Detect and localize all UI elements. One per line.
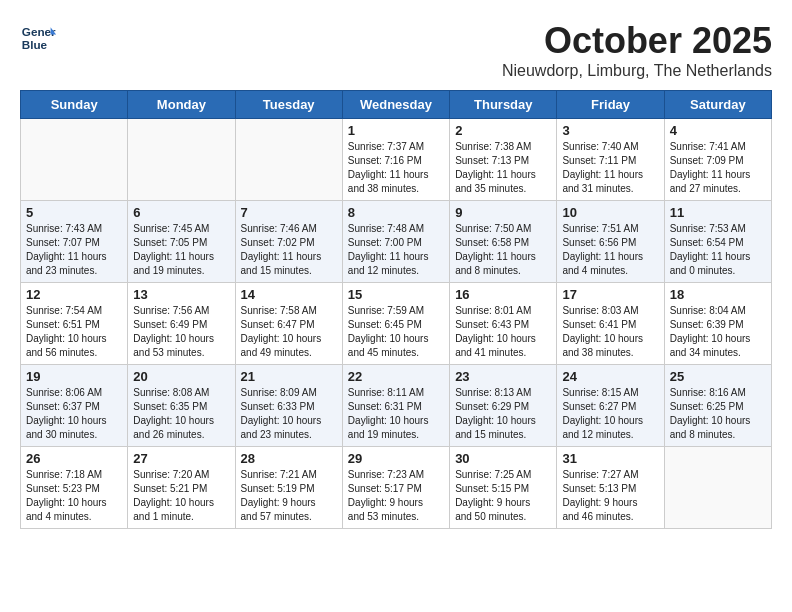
day-number: 27	[133, 451, 229, 466]
day-number: 31	[562, 451, 658, 466]
calendar-cell: 1Sunrise: 7:37 AM Sunset: 7:16 PM Daylig…	[342, 119, 449, 201]
day-info: Sunrise: 8:13 AM Sunset: 6:29 PM Dayligh…	[455, 386, 551, 442]
day-number: 25	[670, 369, 766, 384]
calendar-cell: 24Sunrise: 8:15 AM Sunset: 6:27 PM Dayli…	[557, 365, 664, 447]
day-number: 4	[670, 123, 766, 138]
location-title: Nieuwdorp, Limburg, The Netherlands	[502, 62, 772, 80]
calendar-cell	[235, 119, 342, 201]
week-row-2: 5Sunrise: 7:43 AM Sunset: 7:07 PM Daylig…	[21, 201, 772, 283]
weekday-header-wednesday: Wednesday	[342, 91, 449, 119]
calendar-table: SundayMondayTuesdayWednesdayThursdayFrid…	[20, 90, 772, 529]
calendar-cell: 3Sunrise: 7:40 AM Sunset: 7:11 PM Daylig…	[557, 119, 664, 201]
day-number: 23	[455, 369, 551, 384]
day-info: Sunrise: 7:18 AM Sunset: 5:23 PM Dayligh…	[26, 468, 122, 524]
day-number: 22	[348, 369, 444, 384]
calendar-cell: 11Sunrise: 7:53 AM Sunset: 6:54 PM Dayli…	[664, 201, 771, 283]
calendar-cell: 23Sunrise: 8:13 AM Sunset: 6:29 PM Dayli…	[450, 365, 557, 447]
day-number: 21	[241, 369, 337, 384]
day-info: Sunrise: 8:01 AM Sunset: 6:43 PM Dayligh…	[455, 304, 551, 360]
day-info: Sunrise: 7:43 AM Sunset: 7:07 PM Dayligh…	[26, 222, 122, 278]
day-number: 30	[455, 451, 551, 466]
week-row-4: 19Sunrise: 8:06 AM Sunset: 6:37 PM Dayli…	[21, 365, 772, 447]
weekday-header-saturday: Saturday	[664, 91, 771, 119]
page-header: General Blue October 2025 Nieuwdorp, Lim…	[20, 20, 772, 80]
week-row-5: 26Sunrise: 7:18 AM Sunset: 5:23 PM Dayli…	[21, 447, 772, 529]
day-info: Sunrise: 8:11 AM Sunset: 6:31 PM Dayligh…	[348, 386, 444, 442]
calendar-cell: 21Sunrise: 8:09 AM Sunset: 6:33 PM Dayli…	[235, 365, 342, 447]
calendar-cell: 6Sunrise: 7:45 AM Sunset: 7:05 PM Daylig…	[128, 201, 235, 283]
day-info: Sunrise: 8:06 AM Sunset: 6:37 PM Dayligh…	[26, 386, 122, 442]
day-info: Sunrise: 7:40 AM Sunset: 7:11 PM Dayligh…	[562, 140, 658, 196]
day-number: 13	[133, 287, 229, 302]
title-block: October 2025 Nieuwdorp, Limburg, The Net…	[502, 20, 772, 80]
calendar-cell: 15Sunrise: 7:59 AM Sunset: 6:45 PM Dayli…	[342, 283, 449, 365]
calendar-cell: 19Sunrise: 8:06 AM Sunset: 6:37 PM Dayli…	[21, 365, 128, 447]
day-number: 12	[26, 287, 122, 302]
day-info: Sunrise: 7:25 AM Sunset: 5:15 PM Dayligh…	[455, 468, 551, 524]
calendar-cell: 20Sunrise: 8:08 AM Sunset: 6:35 PM Dayli…	[128, 365, 235, 447]
calendar-cell: 8Sunrise: 7:48 AM Sunset: 7:00 PM Daylig…	[342, 201, 449, 283]
day-info: Sunrise: 7:37 AM Sunset: 7:16 PM Dayligh…	[348, 140, 444, 196]
calendar-cell: 18Sunrise: 8:04 AM Sunset: 6:39 PM Dayli…	[664, 283, 771, 365]
day-info: Sunrise: 7:50 AM Sunset: 6:58 PM Dayligh…	[455, 222, 551, 278]
logo-icon: General Blue	[20, 20, 56, 56]
day-number: 24	[562, 369, 658, 384]
calendar-cell: 4Sunrise: 7:41 AM Sunset: 7:09 PM Daylig…	[664, 119, 771, 201]
calendar-cell: 13Sunrise: 7:56 AM Sunset: 6:49 PM Dayli…	[128, 283, 235, 365]
day-number: 6	[133, 205, 229, 220]
day-number: 20	[133, 369, 229, 384]
day-number: 8	[348, 205, 444, 220]
calendar-cell: 17Sunrise: 8:03 AM Sunset: 6:41 PM Dayli…	[557, 283, 664, 365]
calendar-cell: 31Sunrise: 7:27 AM Sunset: 5:13 PM Dayli…	[557, 447, 664, 529]
week-row-3: 12Sunrise: 7:54 AM Sunset: 6:51 PM Dayli…	[21, 283, 772, 365]
day-number: 10	[562, 205, 658, 220]
day-number: 29	[348, 451, 444, 466]
day-number: 9	[455, 205, 551, 220]
day-info: Sunrise: 7:51 AM Sunset: 6:56 PM Dayligh…	[562, 222, 658, 278]
calendar-cell: 7Sunrise: 7:46 AM Sunset: 7:02 PM Daylig…	[235, 201, 342, 283]
calendar-cell: 30Sunrise: 7:25 AM Sunset: 5:15 PM Dayli…	[450, 447, 557, 529]
day-info: Sunrise: 7:21 AM Sunset: 5:19 PM Dayligh…	[241, 468, 337, 524]
day-number: 16	[455, 287, 551, 302]
day-number: 17	[562, 287, 658, 302]
day-info: Sunrise: 7:56 AM Sunset: 6:49 PM Dayligh…	[133, 304, 229, 360]
calendar-cell	[21, 119, 128, 201]
day-info: Sunrise: 7:59 AM Sunset: 6:45 PM Dayligh…	[348, 304, 444, 360]
weekday-header-friday: Friday	[557, 91, 664, 119]
calendar-cell: 9Sunrise: 7:50 AM Sunset: 6:58 PM Daylig…	[450, 201, 557, 283]
calendar-cell: 12Sunrise: 7:54 AM Sunset: 6:51 PM Dayli…	[21, 283, 128, 365]
day-number: 15	[348, 287, 444, 302]
day-number: 3	[562, 123, 658, 138]
day-info: Sunrise: 8:16 AM Sunset: 6:25 PM Dayligh…	[670, 386, 766, 442]
calendar-cell: 28Sunrise: 7:21 AM Sunset: 5:19 PM Dayli…	[235, 447, 342, 529]
day-number: 26	[26, 451, 122, 466]
day-info: Sunrise: 7:20 AM Sunset: 5:21 PM Dayligh…	[133, 468, 229, 524]
svg-text:Blue: Blue	[22, 38, 48, 51]
day-info: Sunrise: 8:15 AM Sunset: 6:27 PM Dayligh…	[562, 386, 658, 442]
logo: General Blue	[20, 20, 56, 56]
calendar-cell: 5Sunrise: 7:43 AM Sunset: 7:07 PM Daylig…	[21, 201, 128, 283]
day-number: 11	[670, 205, 766, 220]
calendar-cell: 22Sunrise: 8:11 AM Sunset: 6:31 PM Dayli…	[342, 365, 449, 447]
day-info: Sunrise: 7:38 AM Sunset: 7:13 PM Dayligh…	[455, 140, 551, 196]
calendar-cell: 29Sunrise: 7:23 AM Sunset: 5:17 PM Dayli…	[342, 447, 449, 529]
calendar-cell: 2Sunrise: 7:38 AM Sunset: 7:13 PM Daylig…	[450, 119, 557, 201]
day-info: Sunrise: 7:45 AM Sunset: 7:05 PM Dayligh…	[133, 222, 229, 278]
day-number: 7	[241, 205, 337, 220]
weekday-header-tuesday: Tuesday	[235, 91, 342, 119]
day-info: Sunrise: 7:53 AM Sunset: 6:54 PM Dayligh…	[670, 222, 766, 278]
day-info: Sunrise: 7:54 AM Sunset: 6:51 PM Dayligh…	[26, 304, 122, 360]
day-info: Sunrise: 8:09 AM Sunset: 6:33 PM Dayligh…	[241, 386, 337, 442]
weekday-header-monday: Monday	[128, 91, 235, 119]
day-number: 14	[241, 287, 337, 302]
calendar-cell: 27Sunrise: 7:20 AM Sunset: 5:21 PM Dayli…	[128, 447, 235, 529]
day-info: Sunrise: 7:48 AM Sunset: 7:00 PM Dayligh…	[348, 222, 444, 278]
day-info: Sunrise: 7:27 AM Sunset: 5:13 PM Dayligh…	[562, 468, 658, 524]
day-number: 5	[26, 205, 122, 220]
weekday-header-row: SundayMondayTuesdayWednesdayThursdayFrid…	[21, 91, 772, 119]
calendar-cell: 14Sunrise: 7:58 AM Sunset: 6:47 PM Dayli…	[235, 283, 342, 365]
day-info: Sunrise: 7:46 AM Sunset: 7:02 PM Dayligh…	[241, 222, 337, 278]
day-number: 1	[348, 123, 444, 138]
day-info: Sunrise: 8:08 AM Sunset: 6:35 PM Dayligh…	[133, 386, 229, 442]
week-row-1: 1Sunrise: 7:37 AM Sunset: 7:16 PM Daylig…	[21, 119, 772, 201]
